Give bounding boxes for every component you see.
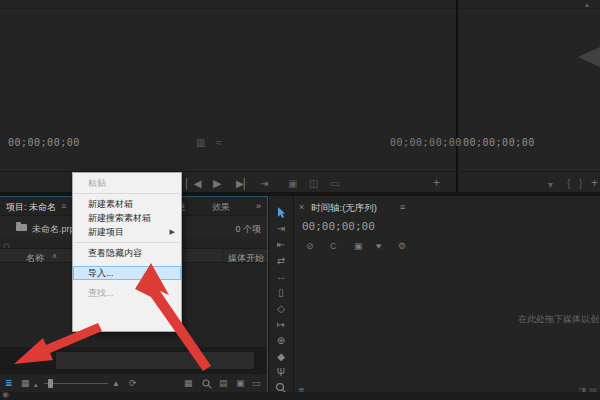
automate-to-sequence-button[interactable]: ▦ <box>184 378 193 388</box>
source-timecode[interactable]: 00;00;00;00 <box>8 137 80 148</box>
track-select-forward-tool[interactable]: ⇥ <box>274 222 288 235</box>
step-back-button[interactable]: ▏◀ <box>186 179 201 189</box>
record-status-icon: ◉ <box>2 390 9 399</box>
timeline-panel-menu-icon[interactable]: ≡ <box>400 202 405 212</box>
close-panel-icon[interactable]: × <box>299 202 304 212</box>
source-monitor <box>0 0 456 192</box>
horizontal-scrollbar-track[interactable] <box>0 347 267 373</box>
timeline-panel: × 时间轴:(无序列) ≡ 00;00;00;00 ⊘ C ▣ ♥ ⚙ 在此处拖… <box>293 196 600 400</box>
pen-tool[interactable]: ◆ <box>274 350 288 363</box>
tab-effects[interactable]: 效果 <box>212 201 230 214</box>
top-corner-icon: ▴ <box>585 0 589 10</box>
insert-button[interactable]: ⇥ <box>260 179 268 189</box>
brace-open-icon[interactable]: { <box>567 179 570 189</box>
find-button[interactable] <box>202 379 212 389</box>
rate-stretch-tool[interactable]: ↔ <box>274 270 288 283</box>
snap-icon[interactable]: ⊘ <box>306 241 314 251</box>
menu-item-view-hidden[interactable]: 查看隐藏内容 <box>73 246 181 260</box>
project-panel-toolbar: ≣ ▦ ▴ ▲ ⟳ ▦ ▤ ▣ ▭ <box>0 373 267 393</box>
context-menu: 粘贴 新建素材箱 新建搜索素材箱 新建项目 ▶ 查看隐藏内容 导入... 查找.… <box>72 172 182 332</box>
tools-panel: ⇥ ⇤ ⇄ ↔ ▯ ◇ ↦ ⊕ ◆ Ψ <box>269 196 293 400</box>
sort-ascending-icon[interactable]: ∧ <box>52 252 57 260</box>
menu-item-new-bin[interactable]: 新建素材箱 <box>73 197 181 211</box>
horizontal-scrollbar-thumb[interactable] <box>55 351 255 370</box>
window-top-divider <box>0 8 600 9</box>
program-timecode[interactable]: 00;00;00;00 <box>463 137 535 148</box>
thumbnail-zoom-slider-thumb[interactable] <box>48 379 53 388</box>
program-monitor <box>458 0 600 192</box>
step-forward-button[interactable]: ▶▏ <box>236 179 251 189</box>
fit-zoom-select-icon[interactable]: ▥ <box>196 138 205 148</box>
timeline-timecode[interactable]: 00;00;00;00 <box>302 220 375 233</box>
add-marker-icon[interactable]: ♥ <box>376 241 381 251</box>
menu-item-new-item[interactable]: 新建项目 ▶ <box>73 225 181 239</box>
slip-tool[interactable]: ◇ <box>274 302 288 315</box>
pen-anchor-tool[interactable]: ⊕ <box>274 334 288 347</box>
linked-selection-icon[interactable]: C <box>330 241 337 251</box>
submenu-arrow-icon: ▶ <box>170 225 175 239</box>
selection-tool[interactable] <box>274 206 288 219</box>
zoom-out-icon[interactable]: ▴ <box>34 380 38 390</box>
premiere-pro-window: 00;00;00;00 ▥ ≈ 00;00;00;00 00;00;00;00 … <box>0 0 600 400</box>
menu-item-paste: 粘贴 <box>73 176 181 190</box>
tab-overflow-icon[interactable]: » <box>256 201 261 211</box>
audio-waveform-icon[interactable]: ≈ <box>216 138 222 148</box>
folder-icon <box>16 224 27 231</box>
delete-button[interactable]: ▭ <box>252 378 261 388</box>
add-button-program[interactable]: + <box>591 178 598 188</box>
program-dropdown-icon[interactable]: ▾ <box>548 180 553 190</box>
hand-tool[interactable]: Ψ <box>274 366 288 379</box>
thumbnail-zoom-slider-track[interactable] <box>44 383 108 384</box>
new-bin-button[interactable]: ▤ <box>219 378 228 388</box>
menu-separator <box>74 242 180 243</box>
overwrite-button[interactable]: ◫ <box>309 179 318 189</box>
timeline-settings-icon[interactable]: ⚙ <box>398 241 406 251</box>
monitor-divider <box>456 0 458 192</box>
menu-item-find: 查找... <box>73 286 181 300</box>
add-button-source[interactable]: + <box>433 178 440 188</box>
icon-view-button[interactable]: ▦ <box>21 378 30 388</box>
tab-project[interactable]: 项目: 未命名 <box>6 201 56 214</box>
brace-close-icon[interactable]: } <box>579 179 582 189</box>
source-duration: 00;00;00;00 <box>390 137 462 148</box>
play-button[interactable]: ▶ <box>213 178 221 188</box>
menu-item-new-search-bin[interactable]: 新建搜索素材箱 <box>73 211 181 225</box>
camera-button[interactable]: ▭ <box>330 179 339 189</box>
razor-tool[interactable]: ▯ <box>274 286 288 299</box>
bottom-bar <box>0 392 600 400</box>
export-frame-button[interactable]: ▣ <box>288 179 297 189</box>
new-item-button[interactable]: ▣ <box>236 378 245 388</box>
zoom-in-icon[interactable]: ▲ <box>112 379 120 389</box>
timeline-empty-hint: 在此处拖下媒体以创 <box>518 313 599 326</box>
nested-sequence-icon[interactable]: ▣ <box>354 241 363 251</box>
rolling-edit-tool[interactable]: ⇄ <box>274 254 288 267</box>
timeline-title: 时间轴:(无序列) <box>311 202 377 215</box>
item-count: 0 个项 <box>235 223 261 236</box>
menu-item-import[interactable]: 导入... <box>73 266 181 280</box>
sort-icon[interactable]: ⟳ <box>129 378 137 388</box>
slide-tool[interactable]: ↦ <box>274 318 288 331</box>
panel-menu-icon[interactable]: ≡ <box>61 201 66 211</box>
list-view-button[interactable]: ≣ <box>5 378 13 388</box>
menu-separator <box>74 193 180 194</box>
ripple-edit-tool[interactable]: ⇤ <box>274 238 288 251</box>
